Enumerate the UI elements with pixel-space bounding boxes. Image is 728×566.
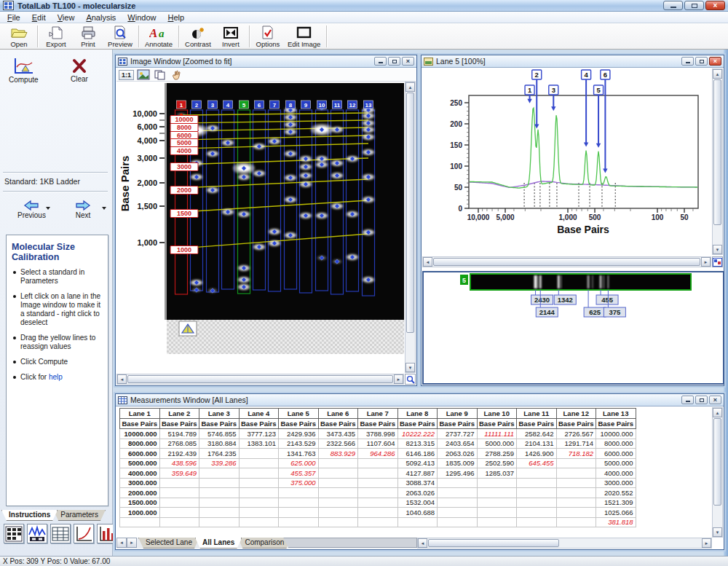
svg-text:500: 500 (589, 213, 601, 221)
svg-text:625: 625 (589, 308, 601, 316)
panel-tab-parameters[interactable]: Parameters (53, 510, 106, 521)
measurements-minimize-button[interactable] (681, 396, 694, 404)
help-link[interactable]: help (49, 373, 63, 381)
preview-button[interactable]: Preview (104, 24, 136, 49)
print-button[interactable]: Print (72, 24, 104, 49)
column-header-lane-4[interactable]: Lane 4 (239, 409, 279, 419)
next-button[interactable]: Next (74, 200, 92, 219)
annotate-button[interactable]: AaAnnotate (141, 24, 176, 49)
tab-scroll-left-button[interactable]: ◄ (116, 538, 127, 548)
svg-text:10,000: 10,000 (132, 109, 157, 118)
image-window-titlebar[interactable]: Image Window [Zoomed to fit] × (116, 55, 416, 68)
image-window: Image Window [Zoomed to fit] × 1:1 10,00… (115, 55, 417, 386)
column-header-lane-8[interactable]: Lane 8 (397, 409, 438, 419)
zoom-1-1-button[interactable]: 1:1 (119, 70, 134, 80)
measurement-cell (477, 488, 517, 498)
svg-text:1500: 1500 (177, 210, 191, 217)
options-icon (260, 25, 276, 40)
menu-item-view[interactable]: View (52, 12, 81, 23)
column-header-lane-12[interactable]: Lane 12 (556, 409, 596, 419)
measurement-cell (358, 458, 398, 468)
measurement-cell: 5194.789 (159, 429, 199, 439)
measurements-close-button[interactable]: × (709, 396, 721, 404)
edit-image-button[interactable]: Edit Image (284, 24, 324, 49)
column-header-lane-3[interactable]: Lane 3 (199, 409, 240, 419)
column-header-lane-11[interactable]: Lane 11 (517, 409, 557, 419)
column-header-lane-10[interactable]: Lane 10 (477, 409, 517, 419)
next-dropdown-icon[interactable] (102, 207, 106, 210)
image-vertical-scrollbar[interactable]: ▲ ▼ (405, 82, 416, 373)
measurements-vertical-scrollbar[interactable]: ▲ ▼ (712, 407, 723, 538)
gel-view-button[interactable] (4, 524, 24, 543)
measurements-horizontal-scrollbar[interactable]: ◄ ► (417, 538, 712, 549)
contrast-button[interactable]: Contrast (181, 24, 215, 49)
options-button[interactable]: Options (252, 24, 284, 49)
image-window-minimize-button[interactable] (374, 57, 387, 66)
measurement-cell (517, 468, 557, 479)
lane5-maximize-button[interactable] (695, 57, 708, 66)
lane5-chart-area[interactable]: 05010015020025010,0005,0001,00050010050B… (422, 68, 712, 255)
close-button[interactable]: × (705, 1, 725, 10)
menu-item-file[interactable]: File (1, 12, 26, 23)
lane5-strip-image[interactable]: 5243013424552144625375 (424, 272, 721, 382)
column-header-lane-9[interactable]: Lane 9 (438, 409, 478, 419)
gel-image-area[interactable]: 10,0006,0004,0003,0002,0001,5001,000Base… (116, 82, 405, 373)
image-window-maximize-button[interactable] (388, 57, 400, 66)
curve-view-button[interactable] (74, 524, 94, 543)
svg-text:3: 3 (211, 102, 215, 109)
column-header-lane-5[interactable]: Lane 5 (279, 409, 319, 419)
svg-text:5: 5 (462, 277, 466, 284)
pan-hand-button[interactable] (170, 69, 184, 81)
measurement-cell: 4000.000 (596, 468, 636, 479)
lane5-window-titlebar[interactable]: Lane 5 [100%] × (422, 55, 724, 68)
measurements-tab-selected-lane[interactable]: Selected Lane (138, 538, 199, 549)
lane5-close-button[interactable]: × (709, 57, 721, 66)
measurements-tab-comparison[interactable]: Comparison (237, 538, 291, 549)
column-header-lane-1[interactable]: Lane 1 (120, 409, 160, 419)
lane5-vertical-scrollbar[interactable]: ▲ ▼ (712, 68, 723, 255)
restore-button[interactable] (684, 1, 704, 10)
clear-button[interactable]: Clear (70, 58, 89, 83)
clear-icon (70, 58, 89, 75)
table-view-button[interactable] (50, 524, 71, 543)
menu-item-edit[interactable]: Edit (26, 12, 52, 23)
measurements-maximize-button[interactable] (695, 396, 708, 404)
measurement-cell (120, 517, 160, 527)
export-button[interactable]: Export (40, 24, 72, 49)
column-header-lane-6[interactable]: Lane 6 (318, 409, 358, 419)
unit-header: Base Pairs (318, 419, 358, 429)
measurement-cell: 1383.101 (239, 439, 279, 449)
tab-scroll-right-button[interactable]: ► (127, 538, 137, 548)
menu-bar: FileEditViewAnalysisWindowHelp (0, 12, 728, 23)
measurements-tab-all-lanes[interactable]: All Lanes (195, 538, 242, 549)
column-header-lane-7[interactable]: Lane 7 (358, 409, 398, 419)
lane5-minimize-button[interactable] (681, 57, 694, 66)
measurements-window-titlebar[interactable]: Measurements Window [All Lanes] × (116, 394, 724, 406)
copy-image-button[interactable] (153, 69, 167, 81)
svg-text:5,000: 5,000 (496, 213, 515, 221)
gel-image[interactable]: 10,0006,0004,0003,0002,0001,5001,000Base… (116, 82, 405, 373)
previous-button[interactable]: Previous (17, 200, 46, 219)
menu-item-analysis[interactable]: Analysis (80, 12, 122, 23)
image-window-close-button[interactable]: × (402, 57, 414, 66)
measurement-cell (438, 488, 478, 498)
invert-button[interactable]: Invert (215, 24, 247, 49)
open-button[interactable]: Open (3, 24, 35, 49)
image-display-button[interactable] (136, 69, 151, 81)
lane5-horizontal-scrollbar[interactable]: ◄ ► (422, 256, 711, 267)
minimize-button[interactable] (663, 1, 683, 10)
column-header-lane-13[interactable]: Lane 13 (596, 409, 636, 419)
zoom-tool-button[interactable] (405, 374, 416, 385)
lane5-profile-chart[interactable]: 05010015020025010,0005,0001,00050010050B… (422, 68, 711, 251)
image-horizontal-scrollbar[interactable]: ◄ ► (116, 374, 404, 385)
panel-tab-instructions[interactable]: Instructions (1, 510, 58, 521)
menu-item-help[interactable]: Help (162, 12, 190, 23)
profile-view-button[interactable] (27, 524, 47, 543)
svg-text:6: 6 (604, 71, 607, 79)
strip-view-toggle-button[interactable] (712, 256, 723, 267)
menu-item-window[interactable]: Window (122, 12, 162, 23)
measurement-cell: 718.182 (556, 449, 596, 459)
previous-dropdown-icon[interactable] (46, 207, 50, 210)
compute-button[interactable]: Compute (9, 57, 39, 84)
column-header-lane-2[interactable]: Lane 2 (159, 409, 199, 419)
